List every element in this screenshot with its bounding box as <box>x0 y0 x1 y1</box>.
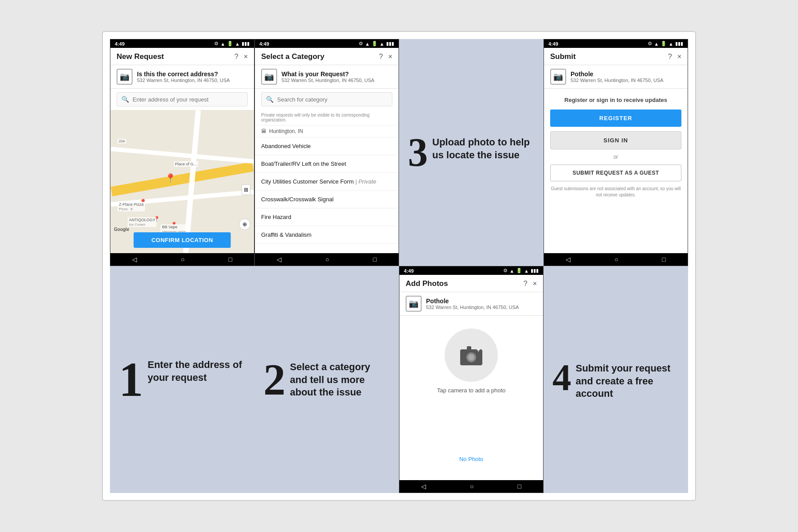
signal-icon-1: ▲ <box>220 41 225 47</box>
search-input-2[interactable] <box>277 96 387 103</box>
wifi-icon-3: ▲ <box>524 268 529 274</box>
map-pin-main: 📍 <box>165 173 176 184</box>
screen4-title: Submit <box>550 52 576 61</box>
status-icons-2: ⚙ ▲ 🔋 ▲ ▮▮▮ <box>359 41 394 47</box>
category-item-graffiti[interactable]: Graffiti & Vandalism <box>255 226 399 244</box>
home-icon-2[interactable]: ○ <box>325 256 329 263</box>
section-header-label: Huntington, IN <box>269 128 303 134</box>
screen1-search-bar[interactable]: 🔍 <box>117 92 248 106</box>
status-icons-1: ⚙ ▲ 🔋 ▲ ▮▮▮ <box>214 41 250 47</box>
screen4-addr-title: Pothole <box>571 70 663 78</box>
bars-icon-4: ▮▮▮ <box>675 41 683 47</box>
screen3-addr-sub: 532 Warren St, Huntington, IN 46750, USA <box>426 305 519 310</box>
home-icon-3[interactable]: ○ <box>470 483 473 490</box>
or-divider: or <box>550 154 681 160</box>
help-icon-1[interactable]: ? <box>235 53 239 61</box>
no-photo-link[interactable]: No Photo <box>459 456 483 462</box>
back-icon-2[interactable]: ◁ <box>277 256 282 263</box>
home-icon-1[interactable]: ○ <box>181 256 184 263</box>
screen2-content: Select a Category ? × 📷 What is your Req… <box>255 48 399 253</box>
screen1-address-block: Is this the correct address? 532 Warren … <box>137 70 230 83</box>
help-icon-3[interactable]: ? <box>524 280 528 288</box>
nav-bar-1: ◁ ○ □ <box>110 253 254 266</box>
step4-text: Submit your request and create a free ac… <box>576 359 680 400</box>
screen1-header: New Request ? × <box>110 48 254 65</box>
wifi-icon-1: ▲ <box>235 41 240 47</box>
signin-btn[interactable]: SIGN IN <box>550 131 681 149</box>
building-icon: 🏛 <box>261 128 266 134</box>
screen3-content: Add Photos ? × 📷 Pothole 532 Warren St, … <box>399 275 543 480</box>
guest-note: Guest submissions are not associated wit… <box>550 186 681 198</box>
confirm-location-btn[interactable]: CONFIRM LOCATION <box>133 232 231 248</box>
signal-icon-3: ▲ <box>509 268 514 274</box>
screen2-addr-title: What is your Request? <box>282 70 374 78</box>
home-icon-4[interactable]: ○ <box>614 256 618 263</box>
help-icon-2[interactable]: ? <box>379 53 383 61</box>
recent-icon-1[interactable]: □ <box>228 256 232 263</box>
wifi-icon-4: ▲ <box>669 41 673 47</box>
map-layers-icon[interactable]: ⊞ <box>242 184 250 195</box>
close-icon-2[interactable]: × <box>388 53 392 61</box>
google-logo: Google <box>114 227 129 232</box>
recent-icon-4[interactable]: □ <box>662 256 665 263</box>
screen2-search-bar[interactable]: 🔍 <box>261 92 392 106</box>
screen2-addr-sub: 532 Warren St, Huntington, IN 46750, USA <box>282 78 374 83</box>
settings-icon-2: ⚙ <box>359 41 363 47</box>
map-place-label: Place of G... <box>174 161 199 167</box>
map-location-icon[interactable]: ⊕ <box>239 219 250 230</box>
category-item-abandoned[interactable]: Abandoned Vehicle <box>255 137 399 155</box>
screen3-addr-title: Pothole <box>426 297 519 305</box>
phone-screen-3: 4:49 ⚙ ▲ 🔋 ▲ ▮▮▮ Add Photos ? × 📷 Pothol <box>399 266 544 493</box>
help-icon-4[interactable]: ? <box>668 53 672 61</box>
photo-upload-area: + Tap camera to add a photo <box>399 316 543 407</box>
recent-icon-3[interactable]: □ <box>517 483 521 490</box>
screen1-address-row: 📷 Is this the correct address? 532 Warre… <box>110 65 254 89</box>
camera-upload-btn[interactable]: + <box>445 329 498 382</box>
screen1-header-icons: ? × <box>235 53 248 61</box>
camera-icon-1: 📷 <box>117 69 133 85</box>
category-label-abandoned: Abandoned Vehicle <box>261 143 311 149</box>
map-bg: 📍 📍 📍 📍 Place of G... Z-Place PizzaPizza… <box>110 110 254 253</box>
status-bar-4: 4:49 ⚙ ▲ 🔋 ▲ ▮▮▮ <box>544 39 688 48</box>
screen1-addr-sub: 532 Warren St, Huntington, IN 46750, USA <box>137 78 230 83</box>
battery-icon-3: 🔋 <box>516 268 522 274</box>
battery-icon-4: 🔋 <box>661 41 667 47</box>
guest-btn[interactable]: SUBMIT REQUEST AS A GUEST <box>550 164 681 181</box>
screen2-address-block: What is your Request? 532 Warren St, Hun… <box>282 70 374 83</box>
bars-icon-1: ▮▮▮ <box>242 41 250 47</box>
register-btn[interactable]: REGISTER <box>550 110 681 127</box>
register-section: Register or sign in to receive updates R… <box>544 89 688 204</box>
app-frame: 4:49 ⚙ ▲ 🔋 ▲ ▮▮▮ New Request ? × 📷 Is th <box>102 31 696 501</box>
recent-icon-2[interactable]: □ <box>373 256 376 263</box>
private-note: Private requests will only be visible to… <box>255 110 399 125</box>
battery-icon-2: 🔋 <box>372 41 378 47</box>
step2-content: 2 Select a category and tell us more abo… <box>263 357 390 402</box>
category-item-crosswalk[interactable]: Crosswalk/Crosswalk Signal <box>255 191 399 208</box>
category-item-fire[interactable]: Fire Hazard <box>255 208 399 226</box>
close-icon-1[interactable]: × <box>244 53 248 61</box>
status-time-3: 4:49 <box>404 268 414 274</box>
back-icon-1[interactable]: ◁ <box>132 256 137 263</box>
screen4-addr-sub: 532 Warren St, Huntington, IN 46750, USA <box>571 78 663 83</box>
signal-icon-2: ▲ <box>365 41 370 47</box>
screen4-header: Submit ? × <box>544 48 688 65</box>
step1-content: 1 Enter the address of your request <box>119 355 246 404</box>
road-label: 224 <box>117 139 126 144</box>
screen3-title: Add Photos <box>406 279 448 288</box>
step2-text: Select a category and tell us more about… <box>290 357 390 399</box>
status-time-4: 4:49 <box>548 41 558 47</box>
private-tag-utilities: | Private <box>355 178 376 185</box>
close-icon-4[interactable]: × <box>677 53 681 61</box>
close-icon-3[interactable]: × <box>533 280 537 288</box>
step3-number: 3 <box>408 133 428 172</box>
category-item-utilities[interactable]: City Utilities Customer Service Form | P… <box>255 173 399 191</box>
search-input-1[interactable] <box>133 96 243 103</box>
category-label-utilities: City Utilities Customer Service Form <box>261 178 354 185</box>
step2-number: 2 <box>263 357 286 402</box>
back-icon-3[interactable]: ◁ <box>421 483 426 490</box>
category-item-boat[interactable]: Boat/Trailer/RV Left on the Street <box>255 155 399 173</box>
step1-text: Enter the address of your request <box>148 355 246 384</box>
screen4-address-block: Pothole 532 Warren St, Huntington, IN 46… <box>571 70 663 83</box>
back-icon-4[interactable]: ◁ <box>566 256 571 263</box>
step4-panel: 4 Submit your request and create a free … <box>544 266 688 493</box>
